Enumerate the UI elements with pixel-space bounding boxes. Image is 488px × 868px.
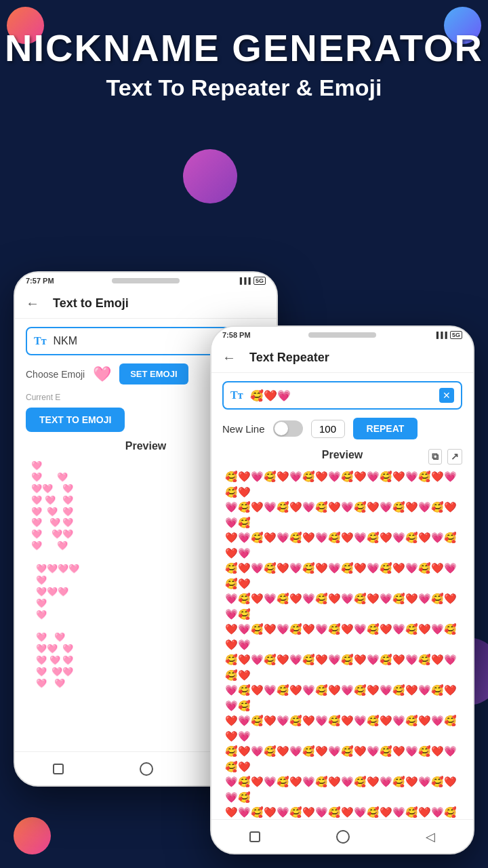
- newline-toggle[interactable]: [273, 420, 303, 437]
- choose-emoji-label: Choose Emoji: [26, 369, 85, 380]
- emoji-repeat-grid: 🥰❤️💗🥰❤️💗🥰❤️💗🥰❤️💗🥰❤️💗🥰❤️💗🥰❤️ 💗🥰❤️💗🥰❤️💗🥰❤️…: [222, 467, 462, 854]
- right-bottom-nav: ◁: [211, 819, 473, 853]
- right-preview-label: Preview ⧉ ↗: [222, 449, 462, 461]
- right-time: 7:58 PM: [222, 331, 251, 339]
- phones-container: 7:57 PM ▐▐▐ 5G ← Text to Emoji Tт NKM ✕ …: [0, 190, 488, 868]
- left-home-btn[interactable]: [140, 762, 153, 776]
- right-preview-area: 🥰❤️💗🥰❤️💗🥰❤️💗🥰❤️💗🥰❤️💗🥰❤️💗🥰❤️ 💗🥰❤️💗🥰❤️💗🥰❤️…: [222, 467, 462, 854]
- right-recents-btn[interactable]: [249, 831, 260, 842]
- repeat-btn[interactable]: REPEAT: [353, 418, 418, 439]
- network-type: 5G: [253, 277, 266, 285]
- right-app-title: Text Repeater: [249, 351, 329, 365]
- right-preview-icons: ⧉ ↗: [428, 449, 462, 465]
- right-input-field[interactable]: 🥰❤️💗: [250, 389, 439, 402]
- toggle-knob: [274, 422, 288, 435]
- header-section: NICKNAME GENERATOR Text To Repeater & Em…: [0, 0, 488, 101]
- left-notch: [112, 278, 180, 283]
- signal-icon: ▐▐▐: [238, 277, 251, 284]
- copy-icon-right[interactable]: ⧉: [428, 449, 442, 465]
- app-title-sub: Text To Repeater & Emoji: [0, 75, 488, 101]
- right-back-arrow[interactable]: ←: [222, 350, 236, 366]
- right-phone-statusbar: 7:58 PM ▐▐▐ 5G: [211, 327, 473, 343]
- newline-row: New Line REPEAT: [222, 418, 462, 439]
- right-home-btn[interactable]: [336, 830, 350, 844]
- app-title-main: NICKNAME GENERATOR: [0, 27, 488, 69]
- right-input-row: Tт 🥰❤️💗 ✕: [222, 381, 462, 410]
- right-content: Tт 🥰❤️💗 ✕ New Line REPEAT Preview ⧉: [211, 373, 473, 854]
- left-time: 7:57 PM: [26, 277, 54, 285]
- tt-icon-right: Tт: [230, 389, 243, 401]
- right-signal-icon: ▐▐▐: [434, 332, 447, 338]
- text-to-emoji-btn[interactable]: TEXT TO EMOJI: [26, 408, 125, 432]
- newline-label: New Line: [222, 423, 265, 435]
- tt-icon-left: Tт: [34, 335, 47, 347]
- right-clear-btn[interactable]: ✕: [439, 388, 454, 403]
- right-app-header: ← Text Repeater: [211, 343, 473, 373]
- right-network-type: 5G: [450, 331, 462, 339]
- right-back-btn-nav[interactable]: ◁: [426, 829, 435, 844]
- share-icon-right[interactable]: ↗: [447, 449, 462, 465]
- right-notch: [308, 332, 376, 338]
- left-status-icons: ▐▐▐ 5G: [238, 277, 266, 285]
- left-back-arrow[interactable]: ←: [26, 296, 39, 311]
- phone-right: 7:58 PM ▐▐▐ 5G ← Text Repeater Tт 🥰❤️💗 ✕…: [210, 326, 474, 854]
- left-app-header: ← Text to Emoji: [15, 289, 277, 319]
- repeat-count-input[interactable]: [311, 420, 345, 438]
- left-app-title: Text to Emoji: [53, 296, 129, 311]
- right-preview-container: Preview ⧉ ↗: [222, 449, 462, 461]
- set-emoji-btn[interactable]: SET EMOJI: [119, 363, 188, 384]
- right-status-icons: ▐▐▐ 5G: [434, 331, 462, 339]
- left-recents-btn[interactable]: [53, 764, 64, 774]
- left-phone-statusbar: 7:57 PM ▐▐▐ 5G: [15, 273, 277, 289]
- selected-emoji[interactable]: 🩷: [93, 366, 111, 383]
